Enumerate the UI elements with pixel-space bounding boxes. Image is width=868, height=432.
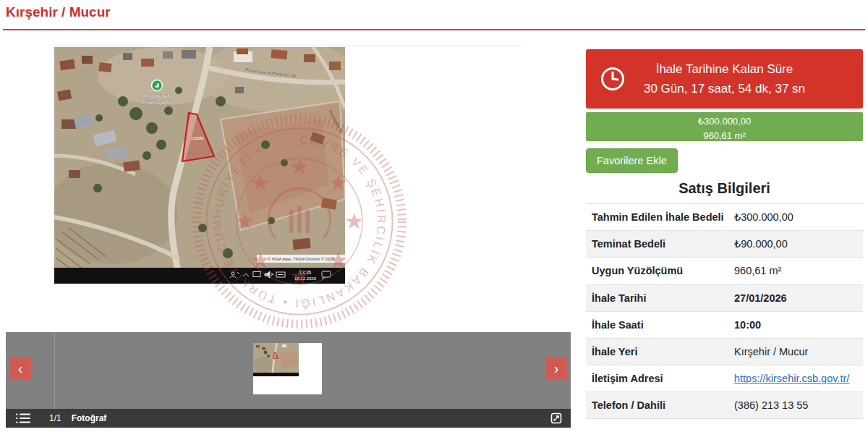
- row-label: Uygun Yüzölçümü: [592, 265, 734, 276]
- countdown-title: İhale Tarihine Kalan Süre: [586, 59, 863, 79]
- gallery-prev-button[interactable]: ‹: [9, 357, 31, 379]
- gallery-next-button[interactable]: ›: [545, 357, 567, 379]
- area-value: 960,61 m²: [586, 129, 863, 143]
- row-value: Kırşehir / Mucur: [734, 346, 863, 357]
- map-attribution: © HGM Atlas, TKGM Ortofoto © 2025: [268, 257, 333, 261]
- photo-gallery-strip: ‹ ›: [6, 332, 571, 409]
- price-banner: ₺300.000,00 960,61 m²: [586, 112, 863, 141]
- countdown-remaining: 30 Gün, 17 saat, 54 dk, 37 sn: [586, 79, 863, 98]
- row-label: İletişim Adresi: [592, 373, 734, 384]
- chevron-right-icon: ›: [554, 361, 559, 376]
- countdown-banner: İhale Tarihine Kalan Süre 30 Gün, 17 saa…: [586, 49, 863, 109]
- table-row: Teminat Bedeli₺90.000,00: [586, 230, 863, 257]
- chevron-left-icon: ‹: [18, 361, 23, 376]
- row-value: ₺90.000,00: [734, 238, 863, 250]
- row-label: Tahmin Edilen İhale Bedeli: [592, 211, 734, 223]
- row-label: İhale Tarihi: [592, 292, 734, 304]
- row-label: Teminat Bedeli: [592, 238, 734, 250]
- map-pin-icon: [152, 80, 163, 91]
- pin-label-line1: Pınarkaya: [145, 93, 170, 99]
- row-value: ₺300.000,00: [734, 211, 863, 223]
- title-divider: [3, 29, 865, 30]
- star-icon: ★: [344, 209, 364, 233]
- row-value: 27/01/2026: [734, 292, 863, 304]
- table-row: İhale Saati10:00: [586, 311, 863, 338]
- viewer-footer-bar: 1/1 Fotoğraf: [6, 409, 571, 428]
- taskbar-date: 18.12.2025: [294, 276, 317, 281]
- thumbnail-image: [253, 343, 299, 376]
- viewer-top-border: [54, 46, 521, 46]
- table-row: İhale Tarihi27/01/2026: [586, 284, 863, 311]
- fullscreen-icon[interactable]: [550, 412, 562, 424]
- page: Kırşehir / Mucur: [0, 0, 868, 432]
- photo-counter: 1/1: [49, 413, 61, 423]
- page-title: Kırşehir / Mucur: [6, 4, 111, 20]
- row-value: (386) 213 13 55: [734, 399, 863, 411]
- satellite-photo-image: (1928) Pınarkaya Köyü Camii Pınarkaya Kü…: [54, 47, 345, 284]
- photo-counter-label: Fotoğraf: [72, 413, 107, 423]
- table-row: Uygun Yüzölçümü960,61 m²: [586, 257, 863, 284]
- satellite-photo[interactable]: (1928) Pınarkaya Köyü Camii Pınarkaya Kü…: [54, 47, 345, 284]
- price-value: ₺300.000,00: [586, 114, 863, 129]
- sale-info-title: Satış Bilgileri: [586, 180, 863, 197]
- add-to-favorites-button[interactable]: Favorilere Ekle: [586, 148, 678, 173]
- table-row: Tahmin Edilen İhale Bedeli₺300.000,00: [586, 203, 863, 230]
- gallery-list-icon[interactable]: [16, 412, 30, 424]
- row-value: 10:00: [734, 319, 863, 331]
- table-row: İletişim Adresihttps://kirsehir.csb.gov.…: [586, 365, 863, 391]
- row-label: Telefon / Dahili: [592, 399, 734, 411]
- taskbar-time: 13:35: [299, 270, 312, 275]
- gallery-seam: [54, 332, 55, 409]
- parcel-label: (1928): [191, 136, 203, 140]
- table-row: Telefon / Dahili(386) 213 13 55: [586, 391, 863, 418]
- sale-info-table: Tahmin Edilen İhale Bedeli₺300.000,00Tem…: [586, 203, 863, 419]
- row-label: İhale Saati: [592, 319, 734, 331]
- contact-address-link[interactable]: https://kirsehir.csb.gov.tr/: [734, 373, 863, 384]
- table-row: İhale YeriKırşehir / Mucur: [586, 338, 863, 365]
- photo-thumbnail[interactable]: [253, 343, 322, 394]
- row-value: 960,61 m²: [734, 265, 863, 276]
- row-label: İhale Yeri: [592, 346, 734, 357]
- pin-label-line2: Köyü Camii: [143, 99, 171, 106]
